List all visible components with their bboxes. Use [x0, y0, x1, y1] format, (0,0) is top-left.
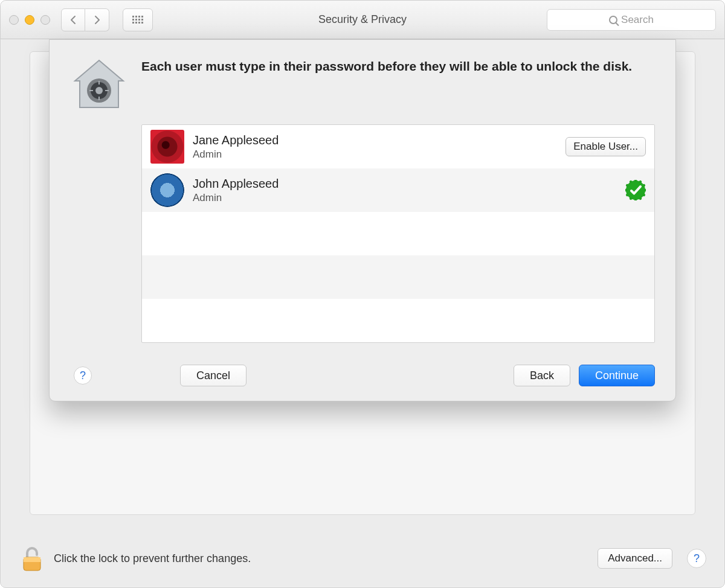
user-row-empty — [142, 212, 654, 255]
svg-point-5 — [95, 87, 103, 94]
search-icon — [609, 16, 617, 24]
user-name: John Appleseed — [193, 177, 279, 191]
preferences-window: Security & Privacy Search Click the lock… — [0, 0, 725, 588]
search-field[interactable]: Search — [547, 9, 716, 31]
show-all-button[interactable] — [123, 8, 153, 31]
help-button[interactable]: ? — [687, 549, 706, 568]
nav-forward-button[interactable] — [85, 8, 109, 31]
enable-user-button[interactable]: Enable User... — [566, 137, 646, 156]
close-window-dot[interactable] — [9, 15, 19, 25]
continue-button[interactable]: Continue — [579, 365, 655, 386]
user-role: Admin — [193, 192, 279, 204]
lock-message: Click the lock to prevent further change… — [54, 552, 251, 565]
user-row-empty — [142, 255, 654, 299]
window-controls — [9, 15, 50, 25]
user-avatar — [150, 130, 184, 164]
sheet-footer: ? Cancel Back Continue — [70, 353, 655, 386]
user-name: Jane Appleseed — [193, 133, 279, 147]
svg-rect-1 — [24, 557, 40, 562]
enabled-check-icon — [625, 180, 646, 200]
grid-icon — [132, 16, 143, 24]
filevault-sheet: Each user must type in their password be… — [49, 39, 676, 401]
user-role: Admin — [193, 149, 279, 161]
filevault-icon — [70, 57, 128, 115]
titlebar: Security & Privacy Search — [1, 1, 724, 39]
nav-back-button[interactable] — [61, 8, 85, 31]
back-button[interactable]: Back — [514, 365, 570, 386]
search-placeholder: Search — [621, 14, 654, 26]
lock-icon[interactable] — [19, 544, 45, 573]
sheet-headline: Each user must type in their password be… — [141, 58, 632, 115]
user-row-empty — [142, 299, 654, 342]
sheet-header: Each user must type in their password be… — [70, 57, 655, 115]
user-avatar — [150, 173, 184, 207]
cancel-button[interactable]: Cancel — [180, 365, 246, 386]
nav-back-forward — [61, 8, 109, 31]
user-row: Jane Appleseed Admin Enable User... — [142, 125, 654, 168]
minimize-window-dot[interactable] — [25, 15, 34, 25]
user-list: Jane Appleseed Admin Enable User... John… — [141, 124, 655, 343]
user-row: John Appleseed Admin — [142, 168, 654, 212]
lock-row: Click the lock to prevent further change… — [19, 544, 706, 573]
advanced-button[interactable]: Advanced... — [598, 548, 672, 569]
zoom-window-dot[interactable] — [40, 15, 50, 25]
sheet-help-button[interactable]: ? — [74, 366, 92, 385]
